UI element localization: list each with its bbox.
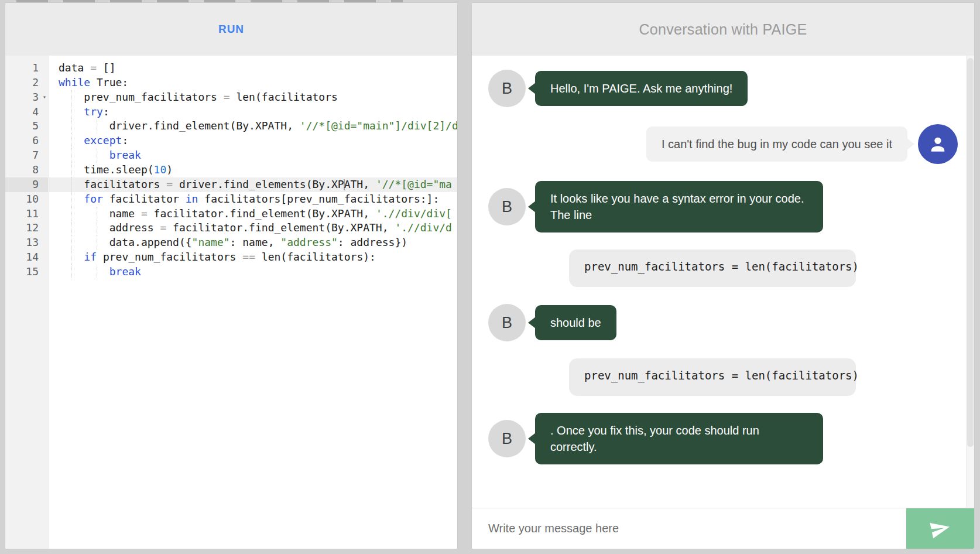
code-line-13[interactable]: 13 data.append({"name": name, "address":… [5,235,457,250]
code-line-2[interactable]: 2while True: [5,76,457,90]
code-text: name = facilitator.find_element(By.XPATH… [48,207,457,221]
indent-guide [71,192,72,207]
message-text: . Once you fix this, your code should ru… [550,424,759,453]
send-button[interactable] [906,508,974,549]
indent-guide [97,235,97,250]
indent-guide [97,119,97,134]
bubble-tail [907,138,914,150]
clipped-browser-tabs [16,0,403,2]
indent-guide [71,177,72,192]
chat-header: Conversation with PAIGE [472,3,974,56]
chat-scrollbar[interactable] [967,58,974,447]
code-snippet-bubble: prev_num_facilitators = len(facilitators… [569,358,856,396]
editor-toolbar: RUN [5,3,457,56]
bot-message-row: B. Once you fix this, your code should r… [488,413,958,464]
line-number: 1 [5,61,48,76]
code-line-7[interactable]: 7 break [5,148,457,163]
fold-toggle-icon[interactable]: ▾ [43,90,46,105]
line-number: 6 [5,134,48,148]
code-line-4[interactable]: 4 try: [5,105,457,119]
code-text: data = [] [48,61,457,76]
line-number: 7 [5,148,48,163]
line-number: 4 [5,105,48,119]
bot-avatar: B [488,188,526,225]
line-number: 10 [5,192,48,207]
bot-avatar: B [488,304,526,341]
indent-guide [97,221,97,235]
code-text: driver.find_element(By.XPATH, '//*[@id="… [48,119,457,134]
code-editor-panel: RUN 1data = []2while True:3▾ prev_num_fa… [5,3,457,549]
code-line-3[interactable]: 3▾ prev_num_facilitators = len(facilitat… [5,90,457,105]
code-line-1[interactable]: 1data = [] [5,61,457,76]
code-text: time.sleep(10) [48,163,457,177]
code-line-10[interactable]: 10 for facilitator in facilitators[prev_… [5,192,457,207]
indent-guide [71,148,72,163]
indent-guide [71,134,72,148]
code-text: break [48,265,457,279]
code-line-9[interactable]: 9 facilitators = driver.find_elements(By… [5,177,457,192]
code-text: while True: [48,76,457,90]
line-number: 13 [5,235,48,250]
code-line-15[interactable]: 15 break [5,265,457,279]
bubble-tail [528,317,536,329]
indent-guide [71,265,72,279]
code-text: if prev_num_facilitators == len(facilita… [48,250,457,265]
indent-guide [71,207,72,221]
chat-panel: Conversation with PAIGE BHello, I'm PAIG… [472,3,974,549]
indent-guide [71,221,72,235]
code-text: address = facilitator.find_element(By.XP… [48,221,457,235]
user-message-bubble: I can't find the bug in my code can you … [646,126,907,162]
bot-message-row: BIt looks like you have a syntax error i… [488,181,958,232]
line-number: 12 [5,221,48,235]
code-line-11[interactable]: 11 name = facilitator.find_element(By.XP… [5,207,457,221]
line-number: 3▾ [5,90,48,105]
code-line-5[interactable]: 5 driver.find_element(By.XPATH, '//*[@id… [5,119,457,134]
bubble-tail [528,433,536,444]
code-line-6[interactable]: 6 except: [5,134,457,148]
message-text: It looks like you have a syntax error in… [550,192,804,221]
person-icon [928,134,948,154]
bot-message-row: Bshould be [488,304,958,341]
run-button[interactable]: RUN [215,22,248,36]
chat-scrollbar-track [966,56,974,508]
code-text: for facilitator in facilitators[prev_num… [48,192,457,207]
bot-message-bubble: It looks like you have a syntax error in… [535,181,823,232]
code-area[interactable]: 1data = []2while True:3▾ prev_num_facili… [5,56,457,549]
line-number: 11 [5,207,48,221]
bot-message-row: BHello, I'm PAIGE. Ask me anything! [488,70,958,107]
indent-guide [97,207,97,221]
bot-avatar: B [488,70,526,107]
bot-message-bubble: Hello, I'm PAIGE. Ask me anything! [535,71,748,106]
bot-message-bubble: . Once you fix this, your code should ru… [535,413,823,464]
indent-guide [71,163,72,177]
message-list: BHello, I'm PAIGE. Ask me anything!I can… [472,56,974,464]
indent-guide [71,90,72,105]
line-number: 14 [5,250,48,265]
line-number: 5 [5,119,48,134]
user-avatar [918,124,958,164]
chat-body: BHello, I'm PAIGE. Ask me anything!I can… [472,56,974,508]
code-text: except: [48,134,457,148]
bubble-tail [528,201,536,213]
message-input[interactable] [472,508,906,549]
indent-guide [97,265,97,279]
code-text: prev_num_facilitators = len(facilitators [48,90,457,105]
line-number: 2 [5,76,48,90]
code-line-14[interactable]: 14 if prev_num_facilitators == len(facil… [5,250,457,265]
code-line-8[interactable]: 8 time.sleep(10) [5,163,457,177]
line-number: 8 [5,163,48,177]
chat-title: Conversation with PAIGE [639,21,807,38]
code-line-12[interactable]: 12 address = facilitator.find_element(By… [5,221,457,235]
indent-guide [71,119,72,134]
message-text: Hello, I'm PAIGE. Ask me anything! [550,82,732,95]
code-text: data.append({"name": name, "address": ad… [48,235,457,250]
send-icon [928,516,953,541]
message-text: I can't find the bug in my code can you … [662,138,892,151]
code-text: try: [48,105,457,119]
user-message-row: I can't find the bug in my code can you … [488,124,958,164]
indent-guide [97,148,97,163]
code-text: break [48,148,457,163]
message-text: should be [550,316,601,329]
line-number: 9 [5,177,48,192]
line-number: 15 [5,265,48,279]
